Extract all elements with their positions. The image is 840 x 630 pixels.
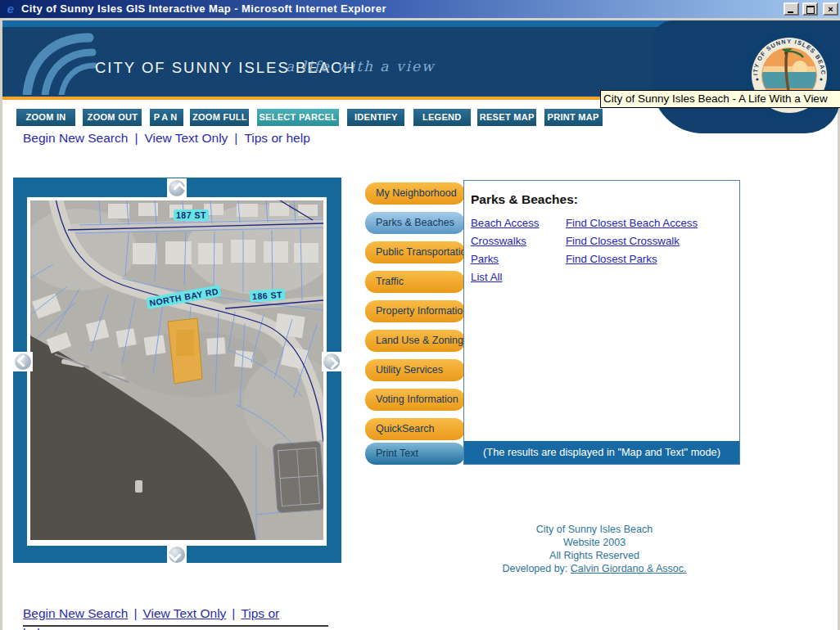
chevron-left-icon bbox=[16, 354, 29, 367]
sidebar-item-voting-information[interactable]: Voting Information bbox=[365, 389, 465, 411]
beach-access-link[interactable]: Beach Access bbox=[471, 217, 540, 229]
reset-map-button[interactable]: RESET MAP bbox=[477, 109, 536, 126]
results-row: List All bbox=[471, 271, 733, 289]
footer-line-rights: All Rights Reserved bbox=[447, 549, 742, 562]
crosswalks-link[interactable]: Crosswalks bbox=[471, 235, 526, 247]
results-row: Parks Find Closest Parks bbox=[471, 253, 733, 271]
zoom-full-button[interactable]: ZOOM FULL bbox=[190, 109, 249, 126]
bottom-divider bbox=[23, 625, 328, 627]
pan-right-button[interactable] bbox=[322, 352, 341, 371]
sidebar-item-my-neighborhood[interactable]: My Neighborhood bbox=[365, 182, 465, 205]
begin-new-search-link[interactable]: Begin New Search bbox=[23, 131, 128, 145]
aerial-imagery[interactable] bbox=[30, 200, 323, 540]
developed-by-label: Developed by: bbox=[502, 563, 570, 574]
sidebar-item-print-text[interactable]: Print Text bbox=[365, 443, 465, 465]
wave-graphic bbox=[20, 29, 99, 95]
sidebar-item-land-use-zoning[interactable]: Land Use & Zoning bbox=[365, 330, 465, 352]
top-nav-links: Begin New Search|View Text Only|Tips or … bbox=[23, 131, 310, 146]
city-seal-logo: CITY OF SUNNY ISLES BEACH CITY OF SUN AM bbox=[739, 25, 839, 125]
pan-down-button[interactable] bbox=[167, 545, 187, 565]
site-footer: City of Sunny Isles Beach Website 2003 A… bbox=[447, 523, 742, 575]
window-title: City of Sunny Isles GIS Interactive Map … bbox=[21, 2, 386, 15]
sidebar-item-traffic[interactable]: Traffic bbox=[365, 271, 465, 293]
minimize-button[interactable] bbox=[784, 2, 799, 16]
view-text-only-link[interactable]: View Text Only bbox=[144, 131, 228, 145]
separator: | bbox=[232, 604, 235, 623]
results-mode-note: (The results are displayed in "Map and T… bbox=[464, 441, 739, 464]
sidebar-item-public-transportation[interactable]: Public Transportation bbox=[365, 241, 465, 263]
browser-window: { "window": { "title": "City of Sunny Is… bbox=[0, 0, 840, 630]
footer-line-website: Website 2003 bbox=[447, 536, 742, 549]
street-label-187-st: 187 ST bbox=[174, 209, 209, 221]
minimize-icon bbox=[788, 11, 793, 13]
parks-link[interactable]: Parks bbox=[471, 253, 499, 265]
footer-line-city: City of Sunny Isles Beach bbox=[447, 523, 742, 536]
find-closest-crosswalk-link[interactable]: Find Closest Crosswalk bbox=[566, 235, 680, 247]
pan-left-button[interactable] bbox=[13, 352, 33, 371]
internet-explorer-icon: e bbox=[4, 2, 17, 16]
view-text-only-link-bottom[interactable]: View Text Only bbox=[142, 606, 226, 620]
map-panel: 187 ST NORTH BAY RD 186 ST bbox=[13, 178, 341, 563]
sidebar-item-utility-services[interactable]: Utility Services bbox=[365, 359, 465, 381]
begin-new-search-link-bottom[interactable]: Begin New Search bbox=[23, 606, 128, 620]
zoom-out-button[interactable]: ZOOM OUT bbox=[83, 109, 142, 126]
list-all-link[interactable]: List All bbox=[471, 271, 502, 283]
title-bar[interactable]: e City of Sunny Isles GIS Interactive Ma… bbox=[0, 0, 840, 18]
separator: | bbox=[133, 604, 137, 623]
chevron-up-icon bbox=[173, 182, 186, 195]
results-panel: Parks & Beaches: Beach Access Find Close… bbox=[463, 180, 740, 465]
map-toolbar: ZOOM IN ZOOM OUT PAN ZOOM FULL SELECT PA… bbox=[16, 109, 603, 126]
street-label-186-st: 186 ST bbox=[250, 289, 286, 303]
find-closest-beach-access-link[interactable]: Find Closest Beach Access bbox=[566, 217, 698, 229]
footer-line-developer: Developed by: Calvin Giordano & Assoc. bbox=[447, 562, 742, 575]
separator: | bbox=[234, 131, 237, 145]
identify-button[interactable]: IDENTIFY bbox=[347, 109, 404, 126]
close-button[interactable]: × bbox=[823, 2, 838, 16]
sidebar-item-quicksearch[interactable]: QuickSearch bbox=[365, 418, 465, 440]
separator: | bbox=[134, 131, 138, 145]
results-row: Crosswalks Find Closest Crosswalk bbox=[471, 235, 733, 253]
close-icon: × bbox=[828, 4, 833, 14]
pan-up-button[interactable] bbox=[167, 178, 187, 198]
sidebar-item-property-information[interactable]: Property Information bbox=[365, 300, 465, 322]
window-frame-left bbox=[0, 18, 2, 630]
zoom-in-button[interactable]: ZOOM IN bbox=[16, 109, 75, 126]
results-links: Beach Access Find Closest Beach Access C… bbox=[471, 217, 733, 289]
sidebar-item-parks-beaches[interactable]: Parks & Beaches bbox=[365, 212, 465, 234]
results-row: Beach Access Find Closest Beach Access bbox=[471, 217, 733, 235]
results-title: Parks & Beaches: bbox=[471, 192, 578, 207]
logo-tooltip: City of Sunny Isles Beach - A Life With … bbox=[600, 90, 840, 108]
maximize-icon bbox=[806, 6, 815, 14]
print-map-button[interactable]: PRINT MAP bbox=[544, 109, 603, 126]
select-parcel-button[interactable]: SELECT PARCEL bbox=[257, 109, 339, 126]
developer-link[interactable]: Calvin Giordano & Assoc. bbox=[571, 563, 687, 574]
legend-button[interactable]: LEGEND bbox=[413, 109, 471, 126]
maximize-button[interactable] bbox=[802, 2, 818, 16]
pan-button[interactable]: PAN bbox=[150, 109, 183, 126]
city-tagline: a life with a view bbox=[286, 58, 436, 74]
chevron-right-icon bbox=[325, 357, 338, 370]
find-closest-parks-link[interactable]: Find Closest Parks bbox=[566, 253, 657, 265]
chevron-down-icon bbox=[168, 548, 181, 561]
tips-or-help-link[interactable]: Tips or help bbox=[244, 131, 309, 145]
